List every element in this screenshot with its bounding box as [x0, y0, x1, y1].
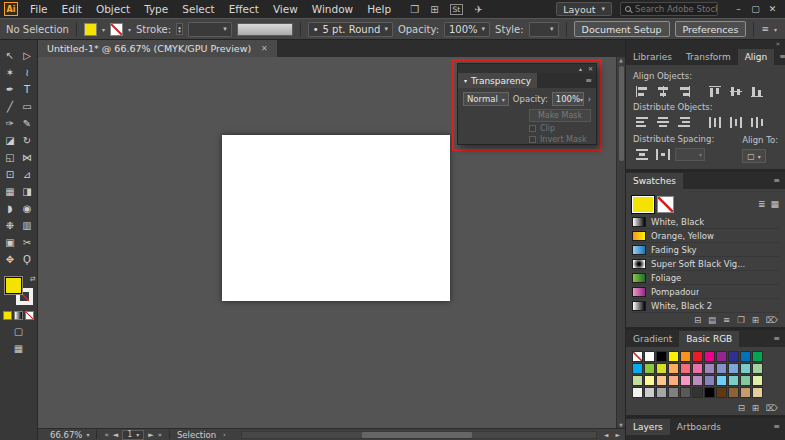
color-swatch[interactable]	[752, 363, 763, 374]
swatch-list-item[interactable]: Foliage	[632, 271, 779, 285]
symbol-sprayer-tool[interactable]: ❉	[2, 217, 19, 234]
color-swatch[interactable]	[656, 387, 667, 398]
menu-item-help[interactable]: Help	[360, 0, 398, 18]
eyedropper-tool[interactable]: ◗	[2, 200, 19, 217]
clip-checkbox[interactable]: Clip	[529, 124, 555, 133]
swatch-list-item[interactable]: Super Soft Black Vig...	[632, 257, 779, 271]
artboard-number-dropdown[interactable]: 1 ▾	[122, 430, 144, 440]
none-button[interactable]	[25, 311, 34, 320]
screen-mode-button[interactable]: ▦	[14, 344, 23, 354]
distribute-top-icon[interactable]	[633, 115, 651, 129]
menu-item-select[interactable]: Select	[175, 0, 221, 18]
color-swatch[interactable]	[716, 363, 727, 374]
horizontal-scrollbar[interactable]	[241, 431, 597, 439]
panel-menu-icon[interactable]: ≡	[581, 76, 596, 85]
vertical-scroll-thumb[interactable]	[619, 66, 624, 161]
slice-tool[interactable]: ✂	[19, 234, 36, 251]
canvas[interactable]: ▲ ▼ ▴ ✕ ▾ Transparency	[38, 57, 625, 428]
share-icon[interactable]: ✈	[474, 4, 482, 15]
color-swatch[interactable]	[680, 375, 691, 386]
close-tab-icon[interactable]: ✕	[261, 44, 268, 53]
swatch-libraries-icon[interactable]: ⊟	[738, 403, 745, 413]
brush-dropdown[interactable]: • 5 pt. Round ▾	[308, 22, 393, 37]
magic-wand-tool[interactable]: ✶	[2, 64, 19, 81]
stroke-weight-stepper[interactable]: ▴▾	[176, 23, 183, 35]
color-swatch[interactable]	[632, 375, 643, 386]
color-swatch[interactable]	[692, 351, 703, 362]
chevron-right-icon[interactable]: ›	[588, 95, 591, 104]
prev-artboard-icon[interactable]: ◄	[113, 431, 118, 439]
invert-mask-checkbox[interactable]: Invert Mask	[529, 135, 587, 144]
direct-selection-tool[interactable]: ▷	[19, 47, 36, 64]
color-swatch[interactable]	[716, 351, 727, 362]
color-swatch[interactable]	[728, 375, 739, 386]
document-tab[interactable]: Untitled-1* @ 66.67% (CMYK/GPU Preview) …	[38, 40, 277, 57]
color-swatch[interactable]	[680, 363, 691, 374]
distribute-vcenter-icon[interactable]	[654, 115, 672, 129]
stroke-weight-dropdown[interactable]: ▾	[188, 22, 232, 37]
tab-transform[interactable]: Transform	[679, 49, 738, 65]
tab-gradient[interactable]: Gradient	[626, 331, 679, 347]
color-swatch[interactable]	[668, 363, 679, 374]
new-swatch-icon[interactable]: ⊞	[752, 315, 759, 325]
selection-tool[interactable]: ↖	[2, 47, 19, 64]
hand-tool[interactable]: ✥	[2, 251, 19, 268]
blend-tool[interactable]: ◉	[19, 200, 36, 217]
column-graph-tool[interactable]: ▥	[19, 217, 36, 234]
swatch-list-item[interactable]: Fading Sky	[632, 243, 779, 257]
fill-color-swatch[interactable]	[84, 23, 97, 36]
fill-proxy-swatch[interactable]	[5, 277, 22, 294]
horizontal-scroll-thumb[interactable]	[362, 432, 472, 438]
color-swatch[interactable]	[728, 387, 739, 398]
gradient-tool[interactable]: ◨	[19, 183, 36, 200]
color-swatch[interactable]	[692, 363, 703, 374]
align-options-icon[interactable]: ≡	[761, 24, 769, 34]
color-swatch[interactable]	[656, 375, 667, 386]
align-to-dropdown[interactable]: ▢ ▾	[742, 149, 766, 163]
collapse-dock-icon[interactable]: »	[776, 40, 780, 48]
menu-item-object[interactable]: Object	[89, 0, 137, 18]
color-swatch[interactable]	[680, 351, 691, 362]
tp-opacity-dropdown[interactable]: 100% ▾	[552, 92, 584, 106]
color-swatch[interactable]	[668, 351, 679, 362]
blend-mode-dropdown[interactable]: Normal ▾	[463, 92, 509, 106]
chevron-down-icon[interactable]: ▾	[128, 26, 131, 33]
align-left-icon[interactable]	[633, 84, 651, 98]
zoom-dropdown[interactable]: 66.67% ▾	[50, 430, 89, 440]
transparency-tab[interactable]: ▾ Transparency	[458, 73, 537, 88]
rectangle-tool[interactable]: ▭	[19, 98, 36, 115]
gradient-button[interactable]	[14, 311, 23, 320]
opacity-dropdown[interactable]: 100% ▾	[444, 22, 490, 37]
style-dropdown[interactable]: ▾	[529, 22, 559, 37]
stock-icon[interactable]: St	[450, 4, 464, 15]
next-artboard-icon[interactable]: ►	[148, 431, 153, 439]
color-swatch[interactable]	[740, 351, 751, 362]
last-artboard-icon[interactable]: »	[158, 431, 162, 439]
chevron-down-icon[interactable]: ▾	[102, 26, 105, 33]
shape-builder-tool[interactable]: ⊡	[2, 166, 19, 183]
list-view-icon[interactable]: ≣	[758, 199, 766, 209]
color-swatch[interactable]	[644, 375, 655, 386]
minimize-button[interactable]: –	[730, 0, 747, 18]
scroll-right-icon[interactable]: ►	[615, 431, 620, 438]
scroll-left-icon[interactable]: ◄	[604, 431, 609, 438]
swatch-list-item[interactable]: White, Black 2	[632, 299, 779, 313]
color-swatch[interactable]	[704, 375, 715, 386]
color-swatch[interactable]	[740, 375, 751, 386]
swatch-list-item[interactable]: White, Black	[632, 215, 779, 229]
grid-view-icon[interactable]: ▦	[770, 199, 779, 209]
pencil-tool[interactable]: ✎	[19, 115, 36, 132]
stroke-color-swatch[interactable]	[110, 23, 123, 36]
selected-swatch[interactable]	[632, 196, 654, 213]
color-swatch[interactable]	[692, 375, 703, 386]
menu-item-file[interactable]: File	[23, 0, 55, 18]
color-swatch[interactable]	[680, 387, 691, 398]
line-segment-tool[interactable]: ╱	[2, 98, 19, 115]
swatch-kinds-icon[interactable]: ▤	[708, 315, 716, 325]
perspective-grid-tool[interactable]: ⊿	[19, 166, 36, 183]
zoom-tool[interactable]: Ϙ	[19, 251, 36, 268]
swatch-list-item[interactable]: Orange, Yellow	[632, 229, 779, 243]
distribute-right-icon[interactable]	[748, 115, 766, 129]
tab-align[interactable]: Align	[738, 49, 775, 65]
make-mask-button[interactable]: Make Mask	[529, 109, 591, 122]
